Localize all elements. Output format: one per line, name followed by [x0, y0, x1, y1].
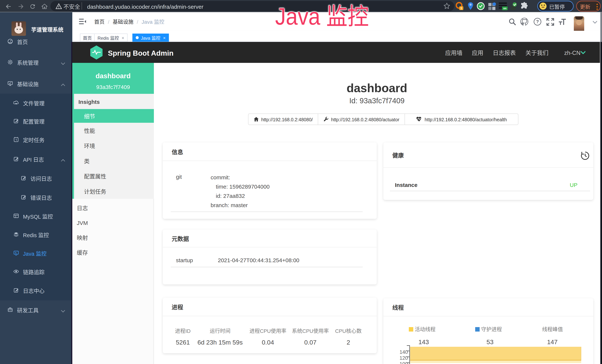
svg-text:?: ?: [536, 19, 539, 24]
svg-text:1: 1: [460, 7, 462, 10]
svg-text:on: on: [503, 7, 506, 10]
